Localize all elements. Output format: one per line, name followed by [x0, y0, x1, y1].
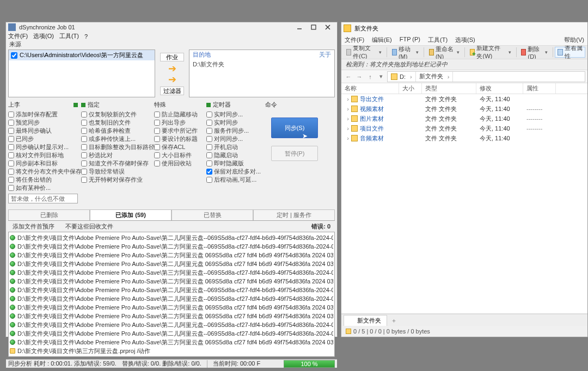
checkbox[interactable] [81, 177, 87, 183]
result-tab[interactable]: 定时 | 服务作 [253, 209, 335, 220]
source-enabled-checkbox[interactable] [11, 52, 17, 59]
breadcrumb[interactable]: D: 新文件夹 [387, 71, 585, 82]
fm-tab[interactable]: 新文件夹 [344, 315, 387, 326]
fm-titlebar[interactable]: 新文件夹 [341, 22, 587, 34]
nav-fwd-icon[interactable]: → [354, 73, 364, 80]
checkbox[interactable] [154, 144, 160, 150]
option-checkbox[interactable]: 同步副本和目标 [8, 159, 78, 168]
log-row[interactable]: D:\新文件夹\项目文件\Adobe Premiere Pro Auto-Sav… [10, 277, 333, 286]
option-checkbox[interactable]: 对同同步... [206, 135, 262, 143]
crumb-folder[interactable]: 新文件夹 [416, 72, 454, 82]
checkbox[interactable] [81, 169, 87, 175]
log-row[interactable]: D:\新文件夹\项目文件\Adobe Premiere Pro Auto-Sav… [10, 268, 333, 277]
filter-button[interactable]: 过滤器 [160, 86, 184, 95]
option-checkbox[interactable]: 隐藏启动 [206, 151, 262, 159]
copy-button[interactable]: 复制文件(C) [344, 47, 384, 58]
file-row[interactable]: ›视频素材文件 文件夹今天, 11:40-------- [341, 104, 587, 114]
col-type[interactable]: 类型 [422, 83, 476, 94]
titlebar[interactable]: dSynchronize Job 01 [6, 22, 337, 32]
option-checkbox[interactable]: 仅复制较新的文件 [81, 110, 151, 119]
subtab-added[interactable]: 添加文件首预序 [13, 222, 54, 231]
crumb-drive[interactable]: D: [388, 72, 416, 82]
log-row[interactable]: D:\新文件夹\项目文件\Adobe Premiere Pro Auto-Sav… [10, 303, 333, 312]
newfolder-button[interactable]: 新建文件夹(W) [467, 47, 514, 58]
checkbox[interactable] [81, 112, 87, 118]
properties-button[interactable]: 查看属性 [555, 47, 585, 58]
col-attr[interactable]: 属性 [523, 83, 556, 94]
expand-icon[interactable]: › [345, 115, 351, 122]
checkbox[interactable] [154, 128, 160, 134]
option-checkbox[interactable]: 无开特树对保存作业 [81, 176, 151, 184]
fm-menu-file[interactable]: 文件(F) [345, 36, 364, 44]
checkbox[interactable] [206, 152, 212, 158]
subtab-skip[interactable]: 不要这些回收文件 [65, 222, 113, 231]
option-checkbox[interactable]: 导致经常错误 [81, 168, 151, 176]
option-checkbox[interactable]: 知道文件不存储时保存 [81, 159, 151, 168]
option-checkbox[interactable]: 要设计的标题 [154, 135, 203, 143]
option-checkbox[interactable]: 后程动画,可延... [206, 176, 262, 184]
file-row[interactable]: ›音频素材文件 文件夹今天, 11:40 [341, 133, 587, 143]
option-checkbox[interactable]: 大小目标件 [154, 151, 203, 159]
pause-button[interactable]: 暂停(P) [271, 146, 318, 161]
checkbox[interactable] [8, 112, 14, 118]
checkbox[interactable] [206, 169, 212, 175]
option-checkbox[interactable]: 即时隐藏版 [206, 159, 262, 168]
minimize-button[interactable] [292, 22, 307, 32]
log-row[interactable]: D:\新文件夹\项目文件\Adobe Premiere Pro Auto-Sav… [10, 338, 333, 347]
col-size[interactable]: 大小 [399, 83, 422, 94]
checkbox[interactable] [8, 152, 14, 158]
option-checkbox[interactable]: 使用回收站 [154, 159, 203, 168]
checkbox[interactable] [8, 144, 14, 150]
checkbox[interactable] [206, 120, 212, 126]
option-checkbox[interactable]: 核对文件到目标地 [8, 151, 78, 159]
option-checkbox[interactable]: 哈希值多种检查 [81, 127, 151, 135]
checkbox[interactable] [81, 120, 87, 126]
checkbox[interactable] [154, 160, 160, 166]
log-row[interactable]: D:\新文件夹\项目文件\Adobe Premiere Pro Auto-Sav… [10, 320, 333, 329]
expand-icon[interactable]: › [345, 96, 351, 102]
option-checkbox[interactable]: 秒选比对 [81, 151, 151, 159]
fm-menu-options[interactable]: 选项(S) [455, 36, 475, 44]
log-row[interactable]: D:\新文件夹\项目文件\第三方阿里云盘.prproj /动作 [10, 347, 333, 355]
option-checkbox[interactable]: 目标删除整改为目标路径 [81, 143, 151, 151]
rename-button[interactable]: 重命名(N) [426, 47, 463, 58]
option-checkbox[interactable]: 要求中所记作 [154, 127, 203, 135]
option-checkbox[interactable]: 实时同步 [206, 119, 262, 127]
checkbox[interactable] [81, 128, 87, 134]
expand-icon[interactable]: › [345, 125, 351, 132]
idle-combo[interactable]: 暂未做，什么也不做 [8, 194, 78, 203]
checkbox[interactable] [206, 112, 212, 118]
fm-menu-ftp[interactable]: FTP (P) [400, 36, 420, 44]
option-checkbox[interactable]: 防止隐藏移动 [154, 110, 203, 119]
close-button[interactable] [321, 22, 335, 32]
checkbox[interactable] [8, 177, 14, 183]
menu-options[interactable]: 选项(O) [33, 32, 54, 40]
option-checkbox[interactable]: 同步确认时显示对... [8, 143, 78, 151]
checkbox[interactable] [8, 169, 14, 175]
log-row[interactable]: D:\新文件夹\项目文件\Adobe Premiere Pro Auto-Sav… [10, 329, 333, 338]
log-row[interactable]: D:\新文件夹\项目文件\Adobe Premiere Pro Auto-Sav… [10, 251, 333, 259]
source-path-row[interactable]: C:\Users\Administrator\Videos\第一方阿里云盘 [9, 50, 155, 60]
checkbox[interactable] [8, 120, 14, 126]
option-checkbox[interactable]: 也复制旧的文件 [81, 119, 151, 127]
maximize-button[interactable] [307, 22, 321, 32]
checkbox[interactable] [154, 120, 160, 126]
log-row[interactable]: D:\新文件夹\项目文件\Adobe Premiere Pro Auto-Sav… [10, 233, 333, 242]
checkbox[interactable] [154, 152, 160, 158]
nav-up-icon[interactable]: ↑ [365, 73, 375, 80]
fm-menu-help[interactable]: 帮助(V) [564, 36, 584, 44]
log-row[interactable]: D:\新文件夹\项目文件\Adobe Premiere Pro Auto-Sav… [10, 312, 333, 320]
checkbox[interactable] [154, 112, 160, 118]
col-mod[interactable]: 修改 [476, 83, 523, 94]
checkbox[interactable] [81, 160, 87, 166]
expand-icon[interactable]: › [345, 106, 351, 112]
option-checkbox[interactable]: 实时同步... [206, 110, 262, 119]
dest-path[interactable]: D:\新文件夹 [189, 59, 334, 70]
result-tab[interactable]: 已删除 [8, 209, 90, 220]
delete-button[interactable]: 删除(D) [518, 47, 550, 58]
result-tab[interactable]: 已替换 [171, 209, 253, 220]
option-checkbox[interactable]: 如有某种价... [8, 184, 78, 192]
checkbox[interactable] [8, 185, 14, 191]
menu-tools[interactable]: 工具(T) [59, 32, 79, 40]
option-checkbox[interactable]: 保留对底经多对... [206, 168, 262, 176]
